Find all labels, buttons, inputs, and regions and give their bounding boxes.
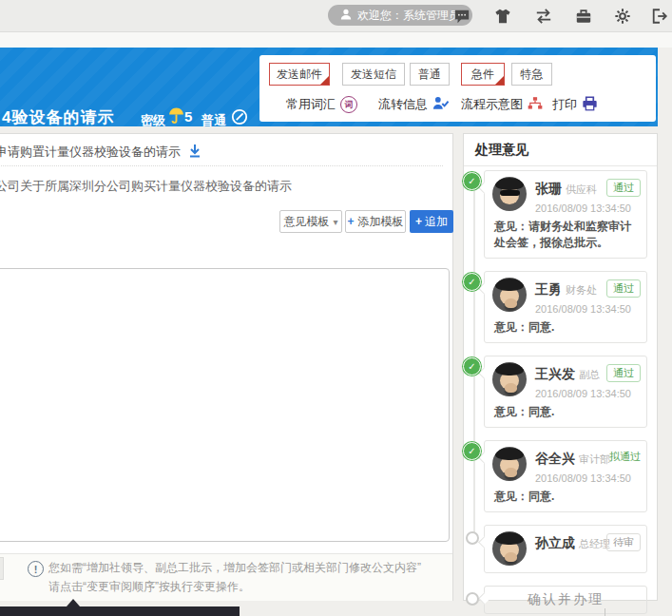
divider bbox=[605, 608, 605, 616]
tooltip bbox=[0, 606, 240, 616]
tooltip-arrow bbox=[67, 599, 80, 606]
corner-fold bbox=[495, 76, 504, 85]
send-mail-button[interactable]: 发送邮件 bbox=[269, 63, 330, 86]
avatar bbox=[492, 362, 527, 396]
send-sms-label: 发送短信 bbox=[351, 67, 396, 83]
briefcase-icon[interactable] bbox=[574, 7, 593, 26]
clipped-element bbox=[0, 557, 4, 580]
note-line2: 请点击“变更审阅顺序”按执行变更操作。 bbox=[48, 577, 421, 596]
settings-icon[interactable] bbox=[613, 7, 632, 26]
plus-icon: + bbox=[347, 215, 354, 228]
comment-author: 谷全兴 bbox=[535, 451, 575, 466]
avatar-detail bbox=[505, 552, 517, 562]
topbar-substrip bbox=[0, 32, 672, 48]
print-link[interactable]: 打印 bbox=[552, 95, 598, 114]
comment-text: 意见：请财务处和监察审计处会签，报徐总批示。 bbox=[494, 219, 641, 251]
priority-extra-urgent-label: 特急 bbox=[521, 67, 544, 83]
comment-author: 孙立成 bbox=[535, 535, 575, 550]
comment-dept: 审计部 bbox=[579, 453, 610, 465]
comment-author: 张珊 bbox=[535, 181, 562, 196]
document-panel: 申请购置计量仪器校验设备的请示 公司关于所属深圳分公司购买计量仪器校验设备的请示… bbox=[0, 133, 453, 601]
flow-info-label: 流转信息 bbox=[378, 96, 428, 113]
comment-dept: 副总 bbox=[579, 369, 600, 380]
timeline-dot: ✓ bbox=[463, 442, 481, 460]
opinions-sidebar: 处理意见 ✓ 张珊供应科 2016/08/09 13:34:50 通过 意见：请… bbox=[463, 133, 658, 601]
speed-label: 普通 bbox=[202, 112, 226, 129]
append-button[interactable]: + 追加 bbox=[410, 210, 453, 233]
comment-time: 2016/08/09 13:34:50 bbox=[535, 472, 631, 484]
comment-time: 2016/08/09 13:34:50 bbox=[535, 388, 631, 399]
flow-chart-link[interactable]: 流程示意图 bbox=[461, 95, 543, 114]
timeline-dot bbox=[466, 592, 479, 606]
comment-card: ✓ 张珊供应科 2016/08/09 13:34:50 通过 意见：请财务处和监… bbox=[484, 170, 647, 259]
security-level: 5 bbox=[184, 108, 192, 125]
topbar: 欢迎您：系统管理员 bbox=[0, 0, 672, 32]
chat-icon[interactable] bbox=[452, 7, 471, 26]
speed-dial-icon bbox=[231, 108, 248, 129]
download-icon[interactable] bbox=[188, 144, 202, 161]
sitemap-icon bbox=[528, 96, 543, 113]
transfer-icon[interactable] bbox=[534, 7, 553, 26]
confirm-handle-label: 确认并办理 bbox=[528, 591, 604, 606]
security-umbrella-icon bbox=[168, 106, 184, 128]
comment-card: ✓ 谷全兴审计部 2016/08/09 13:34:50 拟通过 意见：同意. bbox=[484, 440, 647, 512]
avatar bbox=[492, 447, 527, 481]
comment-dept: 财务处 bbox=[566, 284, 597, 296]
send-sms-button[interactable]: 发送短信 bbox=[342, 63, 405, 86]
flow-chart-label: 流程示意图 bbox=[461, 96, 523, 113]
avatar bbox=[492, 177, 527, 211]
shirt-icon[interactable] bbox=[493, 7, 512, 26]
info-icon: ! bbox=[28, 561, 44, 577]
opinion-template-dropdown[interactable]: 意见模板 ▾ bbox=[279, 210, 342, 233]
timeline-dot: ✓ bbox=[463, 273, 481, 291]
common-words-link[interactable]: 常用词汇 词 bbox=[286, 95, 357, 114]
corner-fold bbox=[320, 76, 329, 85]
avatar-detail bbox=[505, 468, 517, 477]
chevron-down-icon: ▾ bbox=[333, 217, 337, 227]
user-menu[interactable]: 欢迎您：系统管理员 bbox=[328, 5, 472, 26]
comment-time: 2016/08/09 13:34:50 bbox=[535, 202, 631, 214]
comment-text: 意见：同意. bbox=[494, 404, 641, 420]
comment-card: 孙立成总经理 待审 bbox=[484, 525, 647, 573]
comment-dept: 供应科 bbox=[566, 183, 597, 195]
logout-icon[interactable] bbox=[650, 7, 669, 26]
add-template-label: 添加模板 bbox=[358, 214, 404, 230]
document-subject: 公司关于所属深圳分公司购买计量仪器校验设备的请示 bbox=[0, 178, 292, 195]
avatar bbox=[492, 531, 527, 566]
timeline-dot bbox=[466, 531, 479, 545]
priority-urgent-button[interactable]: 急件 bbox=[461, 63, 505, 86]
common-words-label: 常用词汇 bbox=[286, 96, 336, 113]
send-mail-label: 发送邮件 bbox=[277, 67, 322, 83]
note-area: ! 您如需“增加社领导、副总工批示，增加会签部门或相关部门修改公文内容” 请点击… bbox=[0, 553, 452, 601]
opinion-textarea[interactable] bbox=[0, 268, 450, 542]
word-circle-icon: 词 bbox=[340, 96, 357, 113]
status-badge: 通过 bbox=[606, 279, 641, 298]
comment-text: 意见：同意. bbox=[494, 489, 641, 505]
security-label: 密级 bbox=[141, 112, 165, 129]
add-template-button[interactable]: + 添加模板 bbox=[345, 210, 406, 233]
priority-normal-label: 普通 bbox=[418, 67, 441, 83]
status-badge: 通过 bbox=[606, 179, 641, 197]
avatar-detail bbox=[505, 383, 517, 393]
status-badge: 待审 bbox=[606, 533, 641, 551]
note-line1: 您如需“增加社领导、副总工批示，增加会签部门或相关部门修改公文内容” bbox=[48, 558, 421, 577]
note-text: 您如需“增加社领导、副总工批示，增加会签部门或相关部门修改公文内容” 请点击“变… bbox=[48, 558, 421, 596]
comment-card: ✓ 王勇财务处 2016/08/09 13:34:50 通过 意见：同意. bbox=[484, 271, 647, 343]
comment-list: ✓ 张珊供应科 2016/08/09 13:34:50 通过 意见：请财务处和监… bbox=[484, 170, 647, 614]
comment-author: 王勇 bbox=[535, 281, 562, 297]
avatar bbox=[492, 278, 527, 312]
timeline-dot: ✓ bbox=[463, 357, 481, 375]
divider bbox=[0, 165, 443, 166]
flow-info-link[interactable]: 流转信息 bbox=[378, 95, 449, 114]
timeline-dot: ✓ bbox=[463, 172, 481, 190]
priority-urgent-label: 急件 bbox=[471, 67, 494, 83]
action-toolbar: 发送邮件 发送短信 普通 急件 特急 继续流转 常用词汇 词 流转信息 bbox=[259, 55, 656, 122]
printer-icon bbox=[582, 96, 598, 114]
user-icon bbox=[340, 9, 352, 23]
comment-time: 2016/08/09 13:34:50 bbox=[535, 303, 631, 315]
welcome-text: 欢迎您：系统管理员 bbox=[357, 8, 460, 24]
plus-icon: + bbox=[415, 215, 422, 228]
priority-normal-button[interactable]: 普通 bbox=[410, 63, 450, 86]
confirm-handle-button[interactable]: 确认并办理 bbox=[484, 586, 647, 614]
priority-extra-urgent-button[interactable]: 特急 bbox=[511, 63, 552, 86]
